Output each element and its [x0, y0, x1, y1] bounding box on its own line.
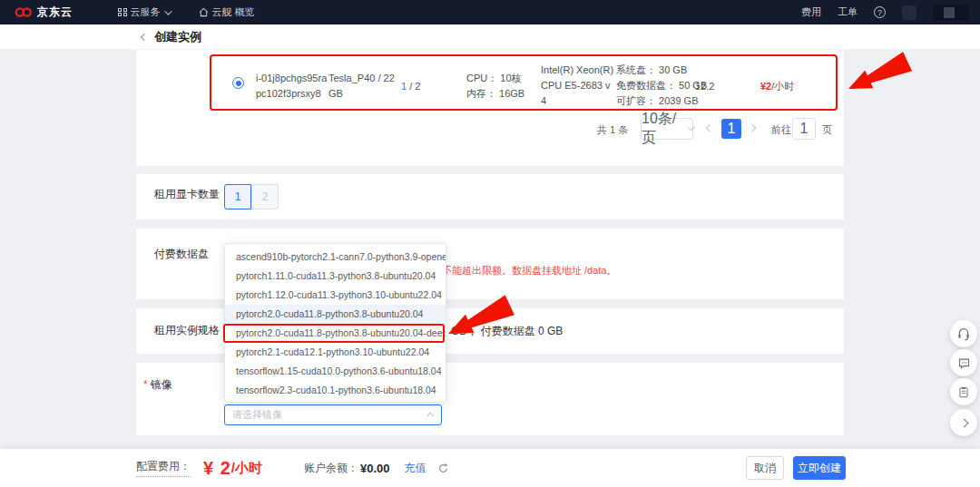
pagination-goto-unit: 页 — [822, 123, 832, 137]
pagination-next[interactable] — [750, 122, 755, 132]
support-button[interactable] — [950, 320, 977, 347]
balance-value: ¥0.00 — [360, 462, 390, 475]
pagination-prev[interactable] — [707, 122, 712, 132]
image-select[interactable]: 请选择镜像 — [224, 404, 442, 425]
paid-disk-hint: 不能超出限额。数据盘挂载地址 /data。 — [442, 264, 617, 278]
chevron-right-icon — [959, 418, 968, 427]
gpu-count-option-2[interactable]: 2 — [251, 184, 279, 209]
clipboard-icon — [957, 385, 970, 399]
top-navbar: 京东云 云服务 云舰 概览 费用 工单 ? — [0, 0, 980, 24]
refresh-icon — [437, 463, 449, 474]
chevron-down-icon — [164, 7, 172, 15]
feedback-button[interactable] — [950, 349, 977, 376]
dropdown-option[interactable]: tensorflow1.15-cuda10.0-python3.6-ubuntu… — [225, 362, 446, 381]
dropdown-option[interactable]: pytorch2.1-cuda12.1-python3.10-ubuntu22.… — [225, 343, 446, 362]
pagination-page-1[interactable]: 1 — [721, 119, 741, 139]
jd-cloud-logo[interactable]: 京东云 — [15, 5, 73, 20]
price: ¥2/小时 — [760, 79, 794, 94]
image-label: *镜像 — [143, 377, 172, 393]
row-radio-selected[interactable] — [232, 77, 244, 89]
dropdown-option[interactable]: pytorch1.12.0-cuda11.3-python3.10-ubuntu… — [225, 286, 446, 305]
nav-billing[interactable]: 费用 — [801, 5, 821, 19]
spec-table-card: i-01j8pchgs95rapc102f3prsxy8 Tesla_P40 /… — [136, 50, 844, 166]
gpu-availability: 1 / 2 — [401, 79, 420, 94]
paid-disk-label: 付费数据盘 — [154, 247, 209, 262]
brand-infinity-icon — [15, 6, 33, 18]
nav-cloud-services[interactable]: 云服务 — [118, 5, 170, 19]
gpu-model: Tesla_P40 / 22GB — [328, 71, 395, 102]
refresh-balance-button[interactable] — [437, 463, 449, 474]
instance-spec-label: 租用实例规格 — [154, 323, 220, 338]
nav-yunjian-overview[interactable]: 云舰 概览 — [199, 5, 255, 19]
dropdown-option[interactable]: pytorch2.0-cuda11.8-python3.8-ubuntu20.0… — [225, 305, 446, 324]
home-icon — [199, 7, 209, 17]
config-fee-label: 配置费用： — [136, 459, 191, 477]
cancel-button[interactable]: 取消 — [746, 456, 784, 480]
disk-info: 系统盘： 30 GB免费数据盘： 50 GB可扩容： 2039 GB — [616, 63, 707, 109]
chevron-left-icon — [141, 33, 148, 40]
dropdown-option[interactable]: ascend910b-pytorch2.1-cann7.0-python3.9-… — [225, 248, 446, 267]
instance-spec-value: GB， 付费数据盘 0 GB — [451, 324, 563, 339]
pagination-goto-input[interactable]: 1 — [792, 118, 816, 140]
docs-button[interactable] — [950, 378, 977, 405]
dropdown-option-deepseek[interactable]: pytorch2.0-cuda11.8-python3.8-ubuntu20.0… — [225, 324, 446, 343]
headset-icon — [956, 326, 971, 341]
grid-icon — [118, 8, 127, 17]
config-fee-unit: /小时 — [231, 460, 262, 477]
recharge-link[interactable]: 充值 — [405, 461, 426, 476]
page-size-select[interactable]: 10条/页 — [641, 118, 693, 140]
nav-cloud-services-label: 云服务 — [131, 5, 161, 19]
page-title: 创建实例 — [154, 29, 201, 45]
breadcrumb: 创建实例 — [0, 24, 980, 50]
page: 京东云 云服务 云舰 概览 费用 工单 ? 创建实例 — [0, 0, 980, 487]
dropdown-option[interactable]: pytorch1.11.0-cuda11.3-python3.8-ubuntu2… — [225, 267, 446, 286]
chat-icon — [957, 356, 971, 370]
cpu-mem: CPU： 10核内存： 16GB — [466, 71, 524, 102]
nav-tickets[interactable]: 工单 — [838, 5, 858, 19]
gpu-count-option-1[interactable]: 1 — [224, 184, 251, 209]
user-avatar[interactable] — [902, 5, 916, 20]
spec-table-row[interactable]: i-01j8pchgs95rapc102f3prsxy8 Tesla_P40 /… — [211, 55, 837, 111]
user-name-redacted[interactable] — [933, 5, 969, 21]
pagination-total: 共 1 条 — [597, 123, 628, 137]
dropdown-option[interactable]: tensorflow2.3-cuda10.1-python3.6-ubuntu1… — [225, 381, 446, 400]
instance-id: i-01j8pchgs95rapc102f3prsxy8 — [256, 71, 327, 102]
annotation-arrow-spec-row — [843, 49, 914, 102]
pagination-goto-label: 前往 — [771, 123, 791, 137]
nav-yunjian-label: 云舰 概览 — [212, 5, 255, 19]
required-mark: * — [143, 378, 148, 391]
collapse-panel-button[interactable] — [950, 409, 977, 436]
create-now-button[interactable]: 立即创建 — [793, 456, 846, 480]
balance-label: 账户余额： — [304, 461, 358, 476]
cpu-model-name: Intel(R) Xeon(R)CPU E5-2683 v4 — [541, 63, 613, 109]
back-button[interactable] — [142, 34, 147, 40]
gpu-count-label: 租用显卡数量 — [154, 187, 220, 202]
brand-name: 京东云 — [37, 5, 73, 20]
driver-version: 12.2 — [695, 79, 714, 94]
chevron-down-icon — [688, 124, 695, 131]
image-select-placeholder: 请选择镜像 — [232, 408, 428, 422]
image-dropdown: ascend910b-pytorch2.1-cann7.0-python3.9-… — [224, 243, 446, 403]
config-fee-amount: ¥ 2 — [203, 458, 231, 479]
help-icon[interactable]: ? — [874, 6, 886, 18]
footer-bar: 配置费用： ¥ 2 /小时 账户余额： ¥0.00 充值 取消 立即创建 — [0, 449, 980, 487]
